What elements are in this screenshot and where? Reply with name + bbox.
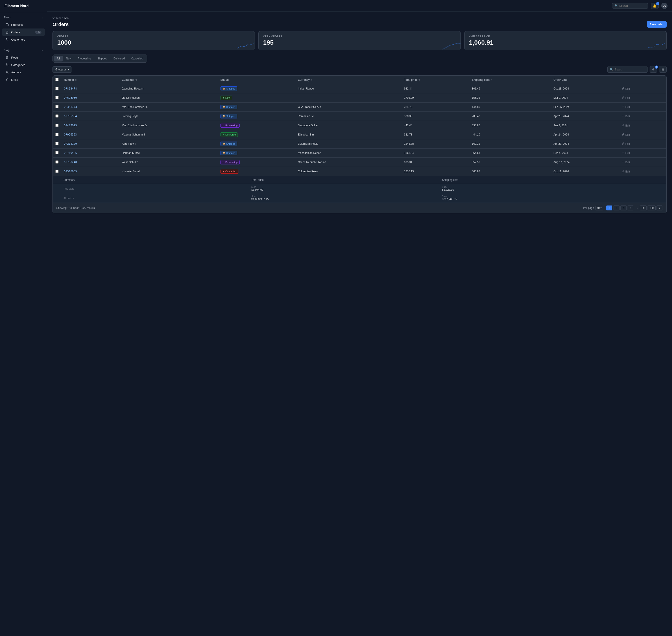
filter-count: 0 — [655, 65, 658, 68]
col-total-price: Total price ⇅ — [401, 76, 469, 84]
edit-button-7[interactable]: Edit — [621, 151, 631, 155]
cell-date-8: Aug 17, 2024 — [551, 158, 618, 167]
edit-button-3[interactable]: Edit — [621, 114, 631, 118]
pagination: Showing 1 to 10 of 1,000 results Per pag… — [53, 203, 666, 213]
sidebar-section-shop-header[interactable]: Shop ▲ — [0, 14, 47, 21]
tab-all[interactable]: All — [54, 56, 63, 61]
cell-status-3: 📦 Shipped — [218, 112, 295, 121]
table-row: OR788248 Willie Schultz ↻ Processing Cze… — [53, 158, 666, 167]
cell-customer-0: Jaqueline Rogahn — [119, 84, 218, 93]
tab-new[interactable]: New — [63, 56, 75, 61]
cell-date-0: Oct 23, 2024 — [551, 84, 618, 93]
row-checkbox-0[interactable] — [55, 87, 59, 90]
cell-edit-9: Edit — [618, 167, 666, 176]
sort-icon-customer: ⇅ — [135, 79, 137, 81]
cell-status-2: 📦 Shipped — [218, 102, 295, 112]
edit-button-4[interactable]: Edit — [621, 123, 631, 128]
tab-cancelled[interactable]: Cancelled — [128, 56, 146, 61]
row-checkbox-2[interactable] — [55, 105, 59, 108]
col-currency: Currency ⇅ — [295, 76, 401, 84]
page-btn-99[interactable]: 99 — [640, 205, 647, 211]
row-checkbox-3[interactable] — [55, 114, 59, 118]
row-checkbox-6[interactable] — [55, 142, 59, 145]
edit-button-0[interactable]: Edit — [621, 86, 631, 91]
sort-customer[interactable]: Customer ⇅ — [122, 78, 215, 81]
sidebar-item-customers[interactable]: Customers — [2, 36, 45, 43]
sort-number[interactable]: Number ⇅ — [64, 78, 117, 81]
table-search-box[interactable]: 🔍 — [607, 66, 648, 73]
cell-status-6: 📦 Shipped — [218, 139, 295, 148]
new-order-button[interactable]: New order — [647, 21, 667, 27]
sidebar-item-products[interactable]: Products — [2, 21, 45, 28]
col-shipping-cost: Shipping cost ⇅ — [469, 76, 551, 84]
filter-button[interactable]: ⚙ 0 — [650, 66, 657, 73]
tab-delivered[interactable]: Delivered — [110, 56, 128, 61]
status-badge-4: ↻ Processing — [221, 123, 240, 128]
edit-button-8[interactable]: Edit — [621, 160, 631, 164]
edit-button-1[interactable]: Edit — [621, 96, 631, 100]
status-icon-0: 📦 — [223, 87, 225, 90]
tab-shipped[interactable]: Shipped — [94, 56, 110, 61]
page-btn-2[interactable]: 2 — [613, 205, 619, 211]
table-toolbar: Group by ▾ 🔍 ⚙ 0 ▦ — [53, 66, 667, 73]
group-by-button[interactable]: Group by ▾ — [53, 66, 72, 73]
per-page-select[interactable]: 10 ▾ — [595, 206, 603, 211]
sort-total-price[interactable]: Total price ⇅ — [404, 78, 466, 81]
global-search-input[interactable] — [619, 4, 646, 7]
cell-currency-4: Singapore Dollar — [295, 121, 401, 130]
summary-this-page-row: This page Sum $8,974.99 Sum $2,823.10 — [53, 184, 666, 193]
summary-table: Summary Total price Shipping cost — [53, 176, 666, 203]
clipboard-icon — [5, 30, 9, 34]
row-checkbox-1[interactable] — [55, 96, 59, 99]
sidebar-item-posts[interactable]: Posts — [2, 54, 45, 61]
all-orders-label: All orders — [63, 197, 74, 199]
svg-point-5 — [6, 38, 7, 39]
notifications-button[interactable]: 🔔 0 — [651, 3, 658, 9]
cell-date-7: Dec 4, 2023 — [551, 148, 618, 158]
cell-date-6: Apr 28, 2024 — [551, 139, 618, 148]
table-row: OR818478 Jaqueline Rogahn 📦 Shipped Indi… — [53, 84, 666, 93]
row-checkbox-9[interactable] — [55, 170, 59, 173]
row-checkbox-4[interactable] — [55, 124, 59, 127]
edit-button-2[interactable]: Edit — [621, 105, 631, 109]
cell-date-3: Apr 28, 2024 — [551, 112, 618, 121]
table-row: OR719505 Herman Kunze 📦 Shipped Macedoni… — [53, 148, 666, 158]
edit-button-6[interactable]: Edit — [621, 142, 631, 146]
cell-shipping-2: 144.89 — [469, 102, 551, 112]
select-all-checkbox[interactable] — [55, 78, 59, 81]
page-btn-100[interactable]: 100 — [648, 205, 656, 211]
sidebar-item-orders[interactable]: Orders 197 — [2, 28, 45, 36]
cell-date-9: Oct 11, 2024 — [551, 167, 618, 176]
sidebar-item-authors[interactable]: Authors — [2, 68, 45, 76]
page-next-button[interactable]: › — [656, 205, 663, 211]
table-search-input[interactable] — [615, 68, 645, 71]
page-btn-4[interactable]: 4 — [628, 205, 634, 211]
cell-total-6: 1243.78 — [401, 139, 469, 148]
row-checkbox-5[interactable] — [55, 133, 59, 136]
sidebar-item-links[interactable]: Links — [2, 76, 45, 83]
cell-shipping-5: 444.10 — [469, 130, 551, 139]
status-icon-2: 📦 — [223, 106, 225, 108]
sidebar-item-categories[interactable]: Categories — [2, 61, 45, 68]
row-checkbox-7[interactable] — [55, 151, 59, 154]
cell-shipping-0: 301.46 — [469, 84, 551, 93]
cell-currency-7: Macedonian Denar — [295, 148, 401, 158]
stat-value-orders: 1000 — [57, 39, 250, 46]
cell-number-9: OR516655 — [61, 167, 119, 176]
view-toggle-button[interactable]: ▦ — [659, 66, 667, 73]
page-btn-1[interactable]: 1 — [606, 205, 612, 211]
avatar[interactable]: DU — [661, 3, 668, 9]
sort-shipping-cost[interactable]: Shipping cost ⇅ — [472, 78, 548, 81]
edit-button-5[interactable]: Edit — [621, 133, 631, 137]
edit-button-9[interactable]: Edit — [621, 170, 631, 174]
row-checkbox-8[interactable] — [55, 160, 59, 163]
tab-processing[interactable]: Processing — [75, 56, 94, 61]
page-btn-3[interactable]: 3 — [620, 205, 627, 211]
global-search-box[interactable]: 🔍 — [612, 3, 648, 9]
status-icon-6: 📦 — [223, 143, 225, 145]
cell-date-2: Feb 25, 2024 — [551, 102, 618, 112]
all-orders-sum-label-2: Sum — [442, 195, 618, 198]
breadcrumb-orders-link[interactable]: Orders — [53, 16, 61, 19]
sidebar-section-blog-header[interactable]: Blog ▲ — [0, 47, 47, 54]
sort-currency[interactable]: Currency ⇅ — [298, 78, 399, 81]
